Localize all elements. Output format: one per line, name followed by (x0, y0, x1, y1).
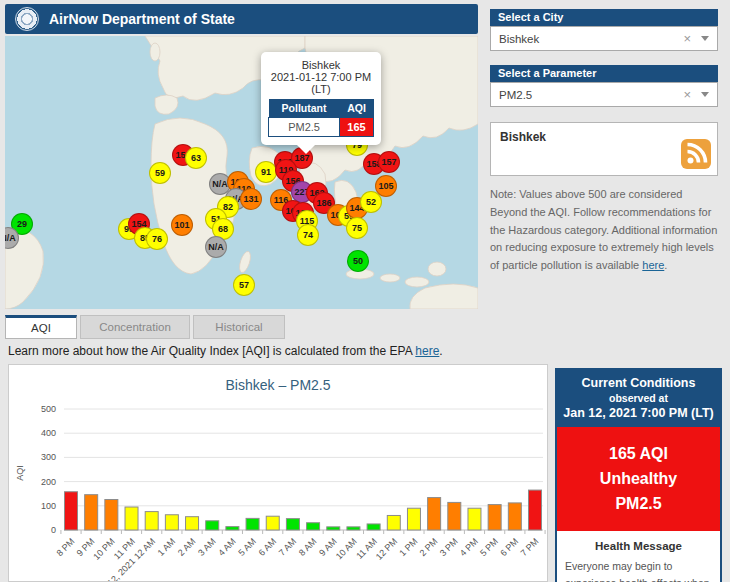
map-marker-50[interactable]: 50 (347, 250, 369, 272)
bar-9-pm[interactable] (85, 495, 98, 530)
bar-6-pm[interactable] (508, 503, 521, 530)
y-tick-label: 0 (51, 525, 56, 535)
bar-10-am[interactable] (347, 527, 360, 530)
app-header: AirNow Department of State (5, 4, 478, 34)
map-marker-105[interactable]: 105 (375, 175, 397, 197)
bar-jan-12-2021-12-am[interactable] (145, 512, 158, 530)
x-tick-label: 8 PM (54, 536, 76, 558)
map-marker-76[interactable]: 76 (146, 228, 168, 250)
learn-more-suffix: . (439, 344, 442, 358)
aqi-bar-chart[interactable]: 0100200300400500AQI8 PM9 PM10 PM11 PMJan… (9, 365, 547, 581)
popup-table: Pollutant AQI PM2.5 165 (268, 99, 374, 137)
note-here-link[interactable]: here (642, 259, 664, 271)
bar-1-am[interactable] (165, 515, 178, 530)
bar-6-am[interactable] (266, 516, 279, 530)
bar-10-pm[interactable] (105, 500, 118, 530)
tab-concentration[interactable]: Concentration (80, 315, 190, 339)
city-select-value: Bishkek (499, 33, 683, 45)
cc-aqi-block: 165 AQI Unhealthy PM2.5 (557, 427, 720, 531)
bar-4-pm[interactable] (468, 508, 481, 530)
x-tick-label: 7 PM (518, 536, 540, 558)
map-marker-74[interactable]: 74 (297, 224, 319, 246)
cc-aqi-category: Unhealthy (561, 467, 716, 492)
map-marker-157[interactable]: 157 (378, 151, 400, 173)
aqi-note: Note: Values above 500 are considered Be… (490, 186, 718, 275)
bar-3-pm[interactable] (448, 502, 461, 530)
tab-aqi[interactable]: AQI (5, 315, 77, 339)
x-tick-label: 6 AM (257, 536, 279, 558)
select-parameter-header: Select a Parameter (490, 65, 718, 82)
bar-2-am[interactable] (186, 517, 199, 530)
city-clear-icon[interactable]: × (683, 31, 691, 46)
page: AirNow Department of State (0, 0, 730, 582)
app-title: AirNow Department of State (49, 11, 235, 27)
map-marker-63[interactable]: 63 (185, 147, 207, 169)
chart-title: Bishkek – PM2.5 (9, 377, 547, 393)
popup-pollutant-value: PM2.5 (269, 118, 340, 137)
bar-2-pm[interactable] (428, 498, 441, 530)
cc-health-text: Everyone may begin to experience health … (565, 558, 712, 582)
aqi-note-suffix: . (664, 259, 667, 271)
y-tick-label: 300 (41, 452, 56, 462)
city-caret-down-icon[interactable] (701, 36, 709, 41)
y-tick-label: 400 (41, 428, 56, 438)
y-tick-label: 100 (41, 501, 56, 511)
bar-3-am[interactable] (206, 521, 219, 530)
map-marker-75[interactable]: 75 (346, 217, 368, 239)
learn-more: Learn more about how the Air Quality Ind… (8, 344, 443, 358)
x-tick-label: 1 AM (156, 536, 178, 558)
bar-5-pm[interactable] (488, 505, 501, 530)
rss-feed-icon[interactable] (681, 139, 711, 169)
bar-7-am[interactable] (286, 519, 299, 530)
map-marker-101[interactable]: 101 (171, 214, 193, 236)
x-tick-label: 4 PM (458, 536, 480, 558)
city-feed-box: Bishkek (490, 122, 718, 176)
world-aqi-map[interactable]: 29N/A5915663951548576101N/A104110N/A1318… (5, 36, 478, 309)
popup-aqi-value: 165 (340, 118, 374, 137)
bar-8-pm[interactable] (65, 492, 78, 530)
map-marker-59[interactable]: 59 (149, 162, 171, 184)
x-tick-label: 2 PM (418, 536, 440, 558)
x-tick-label: 1 PM (397, 536, 419, 558)
x-tick-label: 5 PM (478, 536, 500, 558)
x-tick-label: 8 AM (297, 536, 319, 558)
aqi-chart-panel: 0100200300400500AQI8 PM9 PM10 PM11 PMJan… (8, 364, 548, 582)
x-tick-label: 12 PM (374, 536, 399, 561)
bar-12-pm[interactable] (387, 515, 400, 530)
bar-1-pm[interactable] (407, 508, 420, 530)
cc-datetime: Jan 12, 2021 7:00 PM (LT) (561, 406, 716, 420)
map-marker-57[interactable]: 57 (233, 274, 255, 296)
bar-11-am[interactable] (367, 524, 380, 530)
map-popup: Bishkek 2021-01-12 7:00 PM (LT) Pollutan… (261, 52, 381, 145)
bar-11-pm[interactable] (125, 507, 138, 530)
x-tick-label: 10 AM (334, 536, 359, 561)
x-tick-label: 4 AM (216, 536, 238, 558)
city-select[interactable]: Bishkek × (490, 26, 718, 51)
parameter-select[interactable]: PM2.5 × (490, 82, 718, 107)
map-marker-131[interactable]: 131 (240, 188, 262, 210)
bar-8-am[interactable] (307, 523, 320, 530)
y-tick-label: 200 (41, 477, 56, 487)
bar-7-pm[interactable] (529, 490, 542, 530)
map-marker-na[interactable]: N/A (205, 236, 227, 258)
parameter-clear-icon[interactable]: × (683, 87, 691, 102)
tab-historical[interactable]: Historical (193, 315, 285, 339)
popup-aqi-header: AQI (340, 99, 374, 118)
bar-4-am[interactable] (226, 527, 239, 530)
learn-more-here-link[interactable]: here (415, 344, 439, 358)
parameter-caret-down-icon[interactable] (701, 92, 709, 97)
current-conditions-header: Current Conditions observed at Jan 12, 2… (557, 370, 720, 427)
y-tick-label: 500 (41, 404, 56, 414)
bar-5-am[interactable] (246, 518, 259, 530)
x-tick-label: 2 AM (176, 536, 198, 558)
state-department-seal-icon (15, 7, 39, 31)
x-tick-label: 10 PM (91, 536, 116, 561)
parameter-select-value: PM2.5 (499, 89, 683, 101)
learn-more-text: Learn more about how the Air Quality Ind… (8, 344, 415, 358)
popup-city: Bishkek (268, 59, 374, 71)
current-conditions-panel: Current Conditions observed at Jan 12, 2… (555, 368, 722, 582)
feed-city-label: Bishkek (500, 130, 546, 144)
x-tick-label: 3 PM (438, 536, 460, 558)
cc-aqi-pollutant: PM2.5 (561, 492, 716, 517)
bar-9-am[interactable] (327, 527, 340, 530)
